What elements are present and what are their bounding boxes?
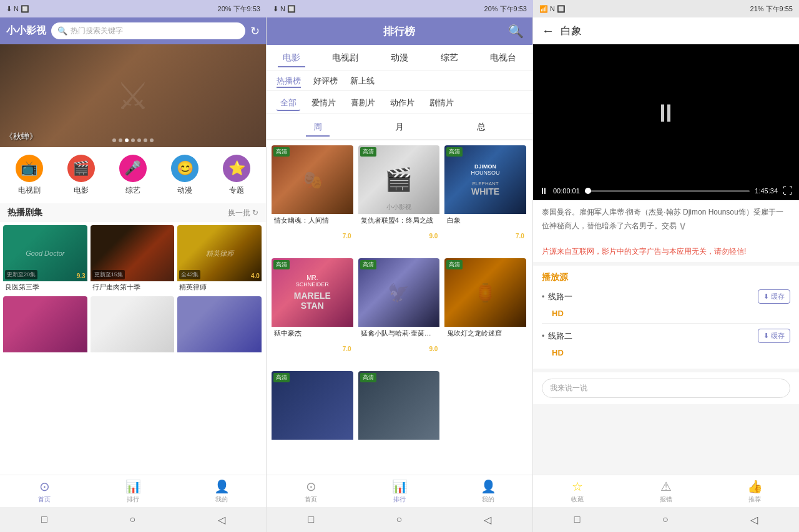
rank-filter-romance[interactable]: 爱情片 — [308, 96, 340, 111]
home-nav-rank[interactable]: 📊 排行 — [89, 475, 177, 507]
rank-tab-variety[interactable]: 综艺 — [436, 50, 463, 67]
search-icon: 🔍 — [57, 26, 67, 36]
drama-card-5[interactable] — [91, 296, 175, 355]
dot-2[interactable] — [119, 138, 122, 142]
rank-card-5[interactable]: 🦅 高清 9.0 猛禽小队与哈莉·奎茵的奇妙 — [358, 258, 440, 366]
status-icons-mid: ⬇ N 🔲 — [273, 5, 296, 13]
rank-tab-tv[interactable]: 电视剧 — [327, 50, 363, 67]
dot-3[interactable] — [125, 138, 129, 142]
pause-icon[interactable]: ⏸ — [654, 99, 679, 127]
report-icon: ⚠ — [660, 479, 672, 494]
rank-nav-mine[interactable]: 👤 我的 — [444, 475, 532, 507]
rank-badge-2: 高清 — [360, 147, 376, 157]
player-video[interactable]: ⏸ — [533, 44, 799, 181]
rank-filter-action[interactable]: 动作片 — [386, 96, 418, 111]
cache-btn-1[interactable]: ⬇ 缓存 — [758, 289, 790, 304]
player-controls: ⏸ 00:00:01 1:45:34 ⛶ — [533, 181, 799, 200]
sys-triangle-left[interactable]: ◁ — [218, 514, 225, 526]
home-bottom-nav: ⊙ 首页 📊 排行 👤 我的 — [0, 475, 266, 507]
dot-1[interactable] — [112, 138, 116, 142]
rank-search-icon[interactable]: 🔍 — [508, 24, 524, 39]
rank-subtab-hot[interactable]: 热播榜 — [277, 75, 301, 88]
rank-card-2[interactable]: 🎬 小小影视 高清 9.0 复仇者联盟4：终局之战 — [358, 145, 440, 253]
sys-square-left[interactable]: □ — [41, 514, 47, 525]
rank-filter-drama[interactable]: 剧情片 — [426, 96, 458, 111]
expand-icon[interactable]: ∨ — [679, 218, 687, 235]
dot-6[interactable] — [144, 138, 147, 142]
category-special[interactable]: ⭐ 专题 — [223, 155, 250, 196]
rank-card-8[interactable]: 高清 — [358, 371, 440, 470]
rank-nav-rank[interactable]: 📊 排行 — [355, 475, 444, 507]
source-row-2: • 线路二 ⬇ 缓存 — [542, 329, 790, 343]
panel-rankings: 排行榜 🔍 电影 电视剧 动漫 综艺 电视台 热播榜 好评榜 新上线 全部 爱情… — [267, 17, 533, 507]
play-icon[interactable]: ⏸ — [539, 186, 548, 196]
home-nav-mine[interactable]: 👤 我的 — [177, 475, 266, 507]
category-variety[interactable]: 🎤 综艺 — [119, 155, 147, 196]
drama-card-3[interactable]: 精英律师 全42集 4.0 精英律师 — [177, 225, 262, 293]
rank-card-7[interactable]: 高清 — [272, 371, 353, 470]
cat-variety-icon: 🎤 — [119, 155, 147, 182]
player-nav-report[interactable]: ⚠ 报错 — [622, 475, 710, 507]
rank-card-6[interactable]: 🏮 高清 4.0 鬼吹灯之龙岭迷窟 — [444, 258, 526, 366]
rank-tab-channel[interactable]: 电视台 — [485, 50, 521, 67]
rank-card-4[interactable]: MR. SCHNEIDER MARELE STAN 高清 7.0 狱中豪杰 — [272, 258, 353, 366]
player-nav-favorite[interactable]: ☆ 收藏 — [533, 475, 622, 507]
back-icon[interactable]: ← — [542, 24, 554, 38]
source-bullet-1: • — [542, 293, 544, 301]
drama-card-4[interactable] — [3, 296, 87, 355]
rank-period-total[interactable]: 总 — [469, 119, 493, 137]
hot-section-refresh[interactable]: 换一批 ↻ — [228, 208, 258, 218]
rank-score-4: 7.0 — [343, 346, 351, 352]
home-banner[interactable]: ⚔ 《秋蝉》 — [0, 44, 266, 147]
progress-bar[interactable] — [585, 190, 750, 192]
sys-triangle-right[interactable]: ◁ — [750, 514, 758, 526]
sys-circle-right[interactable]: ○ — [662, 514, 669, 525]
rank-tab-anime[interactable]: 动漫 — [386, 50, 413, 67]
rank-nav-home[interactable]: ⊙ 首页 — [267, 475, 355, 507]
rank-tab-movie[interactable]: 电影 — [278, 50, 305, 67]
category-movie[interactable]: 🎬 电影 — [67, 155, 95, 196]
rank-period-month[interactable]: 月 — [388, 119, 411, 137]
cat-anime-label: 动漫 — [177, 185, 192, 196]
sys-square-right[interactable]: □ — [574, 514, 581, 525]
sys-square-mid[interactable]: □ — [308, 514, 315, 525]
rank-card-1[interactable]: 🎭 高清 7.0 情女幽魂：人间情 — [272, 145, 353, 253]
dot-5[interactable] — [137, 138, 141, 142]
dot-4[interactable] — [131, 138, 135, 142]
cache-btn-2[interactable]: ⬇ 缓存 — [758, 329, 790, 343]
player-header: ← 白象 — [533, 17, 799, 44]
rank-score-5: 9.0 — [429, 346, 438, 352]
category-tv[interactable]: 📺 电视剧 — [16, 155, 43, 196]
rank-movie-grid: 🎭 高清 7.0 情女幽魂：人间情 🎬 小小影视 高清 9.0 复仇者联盟4：终… — [267, 140, 532, 475]
rank-period-week[interactable]: 周 — [306, 119, 330, 137]
player-sources: 播放源 • 线路一 ⬇ 缓存 HD • 线路二 ⬇ 缓存 — [533, 266, 799, 369]
drama-card-6[interactable] — [177, 296, 262, 355]
dot-7[interactable] — [150, 138, 154, 142]
progress-dot[interactable] — [585, 188, 591, 194]
player-nav-recommend[interactable]: 👍 推荐 — [710, 475, 799, 507]
source-quality-2[interactable]: HD — [552, 348, 790, 357]
drama-card-1[interactable]: Good Doctor 更新至20集 9.3 良医第三季 — [3, 225, 87, 293]
panel-player: ← 白象 ⏸ ⏸ 00:00:01 1:45:34 ⛶ 泰国曼谷。雇佣军人库蒂·… — [533, 17, 799, 507]
search-bar[interactable]: 🔍 热门搜索关键字 — [51, 22, 245, 39]
rank-card-3[interactable]: DJIMON HOUNSOU ELEPHANT WHITE 高清 7.0 白象 — [444, 145, 526, 253]
drama-card-2[interactable]: 更新至15集 行尸走肉第十季 — [91, 225, 175, 293]
home-nav-home[interactable]: ⊙ 首页 — [0, 475, 89, 507]
sys-circle-mid[interactable]: ○ — [396, 514, 403, 525]
rank-filter-comedy[interactable]: 喜剧片 — [347, 96, 379, 111]
comment-placeholder: 我来说一说 — [550, 384, 587, 392]
rank-subtab-new[interactable]: 新上线 — [350, 75, 375, 88]
source-name-1: 线路一 — [548, 291, 758, 302]
rank-subtab-good[interactable]: 好评榜 — [313, 75, 338, 88]
rank-filter-all[interactable]: 全部 — [277, 96, 300, 111]
drama-grid: Good Doctor 更新至20集 9.3 良医第三季 更新至15集 行尸走肉… — [0, 222, 266, 358]
comment-input[interactable]: 我来说一说 — [542, 379, 790, 398]
sys-triangle-mid[interactable]: ◁ — [484, 514, 491, 526]
source-quality-1[interactable]: HD — [552, 309, 790, 318]
fullscreen-icon[interactable]: ⛶ — [783, 185, 793, 196]
home-nav-rank-icon: 📊 — [125, 479, 141, 494]
category-anime[interactable]: 😊 动漫 — [171, 155, 199, 196]
sys-circle-left[interactable]: ○ — [129, 514, 135, 525]
refresh-icon[interactable]: ↻ — [250, 24, 260, 38]
rank-badge-7: 高清 — [273, 373, 290, 382]
